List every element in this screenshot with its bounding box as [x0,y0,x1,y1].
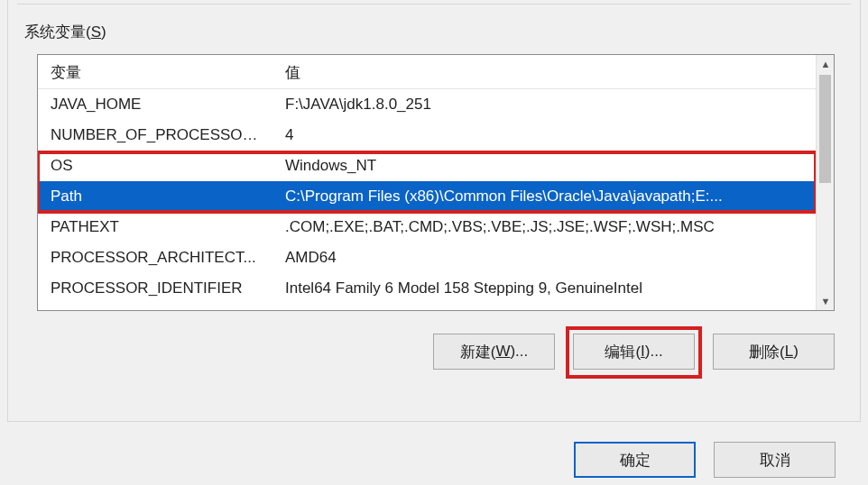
cell-name: JAVA_HOME [38,92,272,117]
btn-text: )... [645,343,663,361]
table-row[interactable]: NUMBER_OF_PROCESSORS4 [38,120,816,151]
cell-value: 4 [272,123,816,148]
cell-name: OS [38,153,272,178]
list-body: JAVA_HOMEF:\JAVA\jdk1.8.0_251NUMBER_OF_P… [38,89,816,304]
btn-text: 删除( [749,342,785,362]
system-vars-button-row: 新建(W)... 编辑(I)... 删除(L) [433,334,835,370]
table-row[interactable]: PathC:\Program Files (x86)\Common Files\… [38,181,816,212]
new-button[interactable]: 新建(W)... [433,334,555,370]
new-button-wrap: 新建(W)... [433,334,555,370]
btn-text: ) [793,343,799,361]
cell-value: Windows_NT [272,153,816,178]
ok-button[interactable]: 确定 [574,442,696,478]
cell-value: .COM;.EXE;.BAT;.CMD;.VBS;.VBE;.JS;.JSE;.… [272,215,816,240]
edit-button[interactable]: 编辑(I)... [573,334,695,370]
table-row[interactable]: PROCESSOR_ARCHITECT...AMD64 [38,242,816,273]
btn-text: 编辑( [605,342,641,362]
scroll-thumb[interactable] [819,75,831,183]
cell-name: PROCESSOR_IDENTIFIER [38,276,272,301]
cell-value: C:\Program Files (x86)\Common Files\Orac… [272,184,816,209]
btn-text: 新建( [460,342,496,362]
btn-text: )... [510,343,528,361]
cell-name: PATHEXT [38,215,272,240]
cell-name: NUMBER_OF_PROCESSORS [38,123,272,148]
cell-value: Intel64 Family 6 Model 158 Stepping 9, G… [272,276,816,301]
scroll-down-icon[interactable]: ▼ [817,292,835,310]
system-variables-panel: 系统变量(S) 变量 值 JAVA_HOMEF:\JAVA\jdk1.8.0_2… [7,0,861,422]
hotkey-char: L [785,343,793,361]
dialog-footer: 确定 取消 [574,442,836,478]
label-text: 系统变量( [24,23,91,41]
edit-button-wrap: 编辑(I)... [573,334,695,370]
table-row[interactable]: OSWindows_NT [38,151,816,181]
divider [17,4,851,5]
delete-button[interactable]: 删除(L) [713,334,835,370]
cell-name: Path [38,184,272,209]
table-row[interactable]: JAVA_HOMEF:\JAVA\jdk1.8.0_251 [38,89,816,120]
column-header-value[interactable]: 值 [272,55,816,88]
list-inner: 变量 值 JAVA_HOMEF:\JAVA\jdk1.8.0_251NUMBER… [38,55,816,310]
variables-listbox[interactable]: 变量 值 JAVA_HOMEF:\JAVA\jdk1.8.0_251NUMBER… [37,54,835,311]
cell-name: PROCESSOR_ARCHITECT... [38,245,272,270]
scroll-up-icon[interactable]: ▲ [817,55,835,73]
table-row[interactable]: PATHEXT.COM;.EXE;.BAT;.CMD;.VBS;.VBE;.JS… [38,212,816,242]
list-header: 变量 值 [38,55,816,89]
delete-button-wrap: 删除(L) [713,334,835,370]
cell-value: F:\JAVA\jdk1.8.0_251 [272,92,816,117]
hotkey-char: W [495,343,510,361]
vertical-scrollbar[interactable]: ▲ ▼ [816,55,834,310]
cell-value: AMD64 [272,245,816,270]
table-row[interactable]: PROCESSOR_IDENTIFIERIntel64 Family 6 Mod… [38,273,816,304]
hotkey-char: S [91,23,101,41]
cancel-button[interactable]: 取消 [714,442,836,478]
column-header-name[interactable]: 变量 [38,55,272,88]
label-text: ) [101,23,106,41]
group-label-system-variables: 系统变量(S) [24,22,106,42]
